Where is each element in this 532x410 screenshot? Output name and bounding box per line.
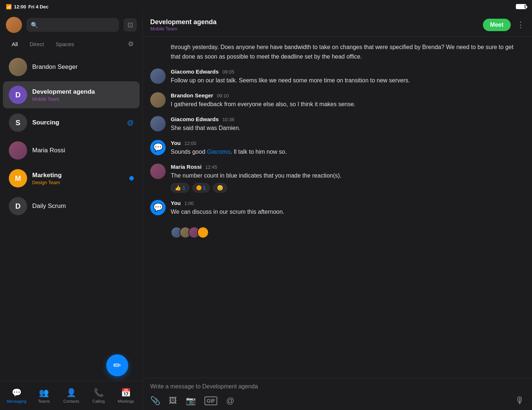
msg-text-you-1: Sounds good Giacomo. Il talk to him now … — [171, 148, 525, 156]
attachment-icon[interactable]: 📎 — [150, 396, 160, 406]
tab-spaces[interactable]: Spaces — [50, 39, 80, 49]
marketing-unread-badge — [129, 176, 134, 180]
msg-avatar-giacomo-2 — [150, 116, 166, 131]
conversation-item-sourcing[interactable]: S Sourcing @ — [3, 109, 140, 136]
msg-meta-you-2: You 1:00 — [171, 200, 525, 206]
message-brandon-1: Brandon Seeger 09:10 I gathered feedback… — [150, 92, 525, 109]
msg-meta-you-1: You 12:00 — [171, 140, 525, 146]
filter-tabs: All Direct Spaces ⚙ — [0, 37, 143, 53]
tab-all[interactable]: All — [6, 39, 24, 49]
msg-time-brandon-1: 09:10 — [217, 93, 229, 98]
search-input[interactable] — [41, 22, 115, 28]
msg-sender-you-1: You — [171, 140, 181, 146]
conv-info-daily-scrum: Daily Scrum — [32, 202, 134, 210]
conv-avatar-brandon — [9, 58, 27, 76]
conv-info-dev-agenda: Development agenda Mobile Team — [32, 88, 134, 102]
meetings-label: Meetings — [118, 399, 134, 403]
smile-emoji: 😊 — [217, 185, 223, 191]
msg-sender-you-2: You — [171, 200, 181, 206]
conv-name-daily-scrum: Daily Scrum — [32, 202, 134, 210]
msg-content-giacomo-2: Giacomo Edwards 10:38 She said that was … — [171, 116, 525, 133]
reaction-thumbsup[interactable]: 👍 1 — [171, 183, 189, 193]
msg-text-maria-1: The number count in blue indicates that … — [171, 171, 525, 180]
messaging-icon: 💬 — [12, 388, 22, 398]
stack-avatar-4 — [197, 227, 209, 238]
conversation-item-maria[interactable]: Maria Rossi — [3, 137, 140, 164]
mention-icon[interactable]: @ — [226, 396, 234, 406]
sidebar-header: 🔍 ⊡ — [0, 13, 143, 37]
you-avatar-icon-2: 💬 — [153, 203, 163, 212]
thumbsup-emoji: 👍 — [175, 185, 181, 191]
msg-text-brandon-1: I gathered feedback from everyone else a… — [171, 100, 525, 109]
search-bar[interactable]: 🔍 — [26, 18, 119, 32]
message-input-area: Write a message to Development agenda 📎 … — [143, 378, 532, 410]
user-avatar[interactable] — [6, 17, 22, 33]
msg-avatar-you-1: 💬 — [150, 140, 166, 155]
msg-content-you-1: You 12:00 Sounds good Giacomo. Il talk t… — [171, 140, 525, 156]
new-message-fab[interactable]: ✏ — [106, 354, 128, 376]
message-you-1: 💬 You 12:00 Sounds good Giacomo. Il talk… — [150, 140, 525, 156]
battery-icon — [516, 4, 526, 9]
meet-button[interactable]: Meet — [483, 19, 511, 31]
conversation-item-marketing[interactable]: M Marketing Design Team — [3, 165, 140, 192]
conv-avatar-maria — [9, 141, 27, 160]
message-giacomo-2: Giacomo Edwards 10:38 She said that was … — [150, 116, 525, 133]
chat-title: Development agenda — [150, 18, 483, 26]
msg-content-brandon-1: Brandon Seeger 09:10 I gathered feedback… — [171, 92, 525, 109]
you-avatar-icon: 💬 — [153, 143, 163, 152]
camera-icon[interactable]: 📷 — [186, 396, 196, 406]
more-options-button[interactable]: ⋮ — [517, 20, 525, 30]
yellow-count: 1 — [203, 185, 206, 191]
conv-avatar-marketing: M — [9, 169, 27, 187]
tab-direct[interactable]: Direct — [24, 39, 50, 49]
gif-icon[interactable]: GIF — [204, 396, 217, 405]
nav-messaging[interactable]: 💬 Messaging — [3, 388, 30, 403]
chat-subtitle: Mobile Team — [150, 26, 483, 31]
microphone-icon[interactable]: 🎙 — [515, 395, 525, 406]
conversation-item-daily-scrum[interactable]: D Daily Scrum — [3, 193, 140, 220]
chat-title-area: Development agenda Mobile Team — [150, 18, 483, 31]
nav-contacts[interactable]: 👤 Contacts — [58, 388, 85, 403]
conversation-item-brandon[interactable]: Brandon Seeger — [3, 53, 140, 81]
conversation-item-dev-agenda[interactable]: D Development agenda Mobile Team — [3, 81, 140, 108]
conv-info-brandon: Brandon Seeger — [32, 63, 134, 71]
status-date: Fri 4 Dec — [28, 4, 48, 10]
cast-button[interactable]: ⊡ — [123, 18, 137, 31]
nav-meetings[interactable]: 📅 Meetings — [112, 388, 140, 403]
msg-avatar-you-2: 💬 — [150, 200, 166, 215]
conv-avatar-daily-scrum: D — [9, 197, 27, 215]
msg-sender-brandon-1: Brandon Seeger — [171, 92, 213, 98]
reaction-yellow[interactable]: 1 — [192, 183, 210, 193]
status-left: 📶 12:00 Fri 4 Dec — [6, 4, 48, 10]
contacts-icon: 👤 — [66, 388, 76, 398]
message-maria-1: Maria Rossi 12:45 The number count in bl… — [150, 164, 525, 193]
msg-meta-brandon-1: Brandon Seeger 09:10 — [171, 92, 525, 98]
message-input-placeholder[interactable]: Write a message to Development agenda — [150, 383, 525, 390]
conv-sub-marketing: Design Team — [32, 180, 124, 185]
mention-giacomo: Giacomo — [207, 149, 230, 155]
msg-text-giacomo-2: She said that was Damien. — [171, 124, 525, 133]
msg-text-giacomo-1: Follow up on our last talk. Seems like w… — [171, 76, 525, 85]
sidebar: 🔍 ⊡ All Direct Spaces ⚙ Brandon Seeger — [0, 13, 143, 410]
msg-time-you-2: 1:00 — [184, 201, 193, 206]
conv-sub-dev-agenda: Mobile Team — [32, 96, 134, 102]
message-you-2: 💬 You 1:00 We can discuss in our scrum t… — [150, 200, 525, 216]
msg-avatar-maria-1 — [150, 164, 166, 179]
compose-icon: ✏ — [113, 360, 121, 371]
app-container: 🔍 ⊡ All Direct Spaces ⚙ Brandon Seeger — [0, 13, 532, 410]
nav-teams[interactable]: 👥 Teams — [30, 388, 58, 403]
filter-settings-button[interactable]: ⚙ — [125, 38, 137, 50]
conv-name-brandon: Brandon Seeger — [32, 63, 134, 71]
thumbsup-count: 1 — [182, 185, 185, 191]
nav-calling[interactable]: 📞 Calling — [85, 388, 112, 403]
msg-text-you-2: We can discuss in our scrum this afterno… — [171, 208, 525, 216]
conv-name-dev-agenda: Development agenda — [32, 88, 134, 96]
conv-avatar-sourcing: S — [9, 113, 27, 132]
conv-info-sourcing: Sourcing — [32, 119, 122, 126]
conv-name-sourcing: Sourcing — [32, 119, 122, 126]
status-time: 12:00 — [14, 4, 26, 10]
status-right — [516, 4, 526, 9]
reaction-smile[interactable]: 😊 — [213, 183, 227, 193]
msg-avatar-giacomo-1 — [150, 68, 166, 84]
image-icon[interactable]: 🖼 — [169, 396, 177, 406]
